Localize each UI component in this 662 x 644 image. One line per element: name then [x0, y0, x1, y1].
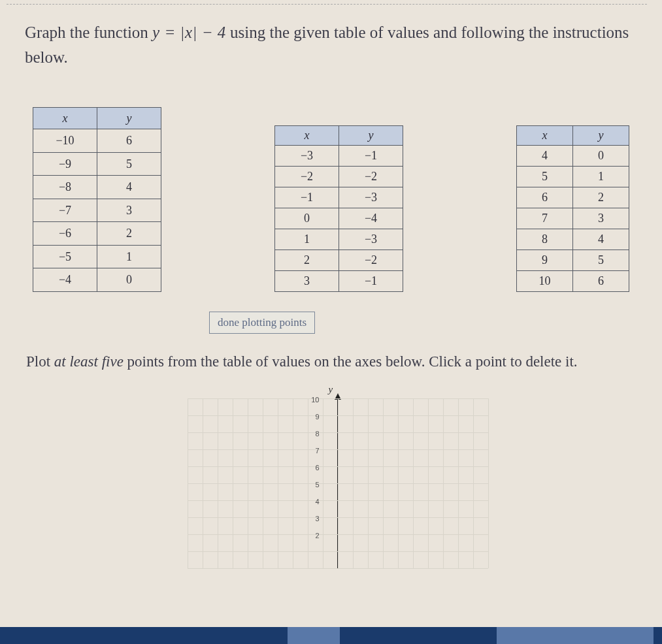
values-table-1: x y −106 −95 −84 −73 −62 −51 −40 — [33, 107, 161, 292]
table-row: 0−4 — [275, 208, 403, 229]
cell-y: 3 — [97, 199, 161, 222]
grid-line — [338, 398, 339, 568]
grid-line — [188, 568, 488, 569]
table-header-x: x — [275, 126, 339, 146]
cell-x: 6 — [517, 187, 573, 208]
table-row: −2−2 — [275, 167, 403, 187]
y-tick-label: 2 — [315, 532, 319, 539]
plot-area[interactable]: y 10 9 8 7 6 5 4 3 2 — [161, 385, 501, 581]
table-row: −62 — [33, 222, 161, 246]
cell-y: 5 — [97, 152, 161, 176]
table-header-x: x — [517, 126, 573, 146]
grid-line — [263, 398, 263, 568]
cell-x: −2 — [275, 167, 339, 187]
tables-row: x y −106 −95 −84 −73 −62 −51 −40 x y −3−… — [33, 107, 629, 292]
table-header-x: x — [33, 108, 97, 129]
cell-y: 0 — [573, 146, 629, 167]
table-header-y: y — [339, 126, 403, 146]
table-row: −40 — [33, 268, 161, 292]
cell-x: 1 — [275, 229, 339, 250]
cell-y: −2 — [339, 167, 403, 187]
cell-x: 4 — [517, 146, 573, 167]
table-row: 106 — [517, 271, 629, 292]
table-row: 95 — [517, 250, 629, 271]
grid-line — [443, 398, 444, 568]
grid-line — [203, 398, 203, 568]
cell-x: −9 — [33, 152, 97, 176]
cell-y: 2 — [97, 222, 161, 246]
plot-instruction: Plot at least five points from the table… — [26, 351, 636, 374]
cell-y: −3 — [339, 229, 403, 250]
grid-line — [353, 398, 354, 568]
instruct-emph: at least five — [54, 353, 124, 370]
cell-x: 10 — [517, 271, 573, 292]
grid-line — [323, 398, 323, 568]
table-header-y: y — [97, 108, 161, 129]
cell-x: −3 — [275, 146, 339, 167]
instruct-pre: Plot — [26, 353, 54, 370]
cell-x: −4 — [33, 268, 97, 292]
taskbar-item[interactable] — [497, 627, 654, 644]
plot-grid — [188, 398, 488, 568]
y-tick-label: 8 — [315, 430, 319, 438]
cell-y: 3 — [573, 208, 629, 229]
grid-line — [413, 398, 414, 568]
table-row: −51 — [33, 245, 161, 268]
cell-y: 2 — [573, 187, 629, 208]
table-row: 40 — [517, 146, 629, 167]
grid-line — [308, 398, 308, 568]
y-tick-label: 3 — [315, 515, 319, 523]
table-row: 51 — [517, 167, 629, 187]
table-header-y: y — [573, 126, 629, 146]
cell-y: −1 — [339, 271, 403, 292]
y-tick-label: 6 — [315, 464, 319, 472]
cell-y: 1 — [97, 245, 161, 268]
grid-line — [248, 398, 248, 568]
cell-y: 6 — [97, 129, 161, 153]
cell-y: 4 — [97, 176, 161, 199]
equation: y = |x| − 4 — [152, 24, 226, 41]
y-tick-label: 9 — [315, 413, 319, 421]
cell-x: −1 — [275, 187, 339, 208]
cell-x: 2 — [275, 250, 339, 271]
cell-y: −4 — [339, 208, 403, 229]
cell-y: 6 — [573, 271, 629, 292]
table-row: 3−1 — [275, 271, 403, 292]
cell-x: 3 — [275, 271, 339, 292]
table-row: −73 — [33, 199, 161, 222]
taskbar — [0, 627, 662, 644]
cell-y: 4 — [573, 229, 629, 250]
taskbar-item[interactable] — [288, 627, 340, 644]
grid-line — [398, 398, 399, 568]
cell-x: 5 — [517, 167, 573, 187]
done-plotting-button[interactable]: done plotting points — [209, 312, 315, 334]
cell-x: 9 — [517, 250, 573, 271]
grid-line — [218, 398, 218, 568]
cell-x: 7 — [517, 208, 573, 229]
cell-y: 1 — [573, 167, 629, 187]
cell-x: 8 — [517, 229, 573, 250]
cell-x: −10 — [33, 129, 97, 153]
grid-line — [188, 398, 188, 568]
y-axis-label: y — [329, 384, 333, 395]
question-text-pre: Graph the function — [25, 24, 152, 41]
question-prompt: Graph the function y = |x| − 4 using the… — [25, 20, 649, 69]
cell-x: −6 — [33, 222, 97, 246]
divider — [7, 4, 647, 5]
grid-line — [488, 398, 489, 568]
table-row: 2−2 — [275, 250, 403, 271]
cell-x: −7 — [33, 199, 97, 222]
table-row: −95 — [33, 152, 161, 176]
cell-x: −5 — [33, 245, 97, 268]
grid-line — [473, 398, 474, 568]
grid-line — [368, 398, 369, 568]
table-row: −84 — [33, 176, 161, 199]
table-row: −1−3 — [275, 187, 403, 208]
cell-y: 5 — [573, 250, 629, 271]
table-row: 1−3 — [275, 229, 403, 250]
values-table-2: x y −3−1 −2−2 −1−3 0−4 1−3 2−2 3−1 — [274, 125, 403, 292]
grid-line — [293, 398, 293, 568]
y-tick-label: 5 — [315, 481, 319, 489]
cell-y: −2 — [339, 250, 403, 271]
grid-line — [383, 398, 384, 568]
